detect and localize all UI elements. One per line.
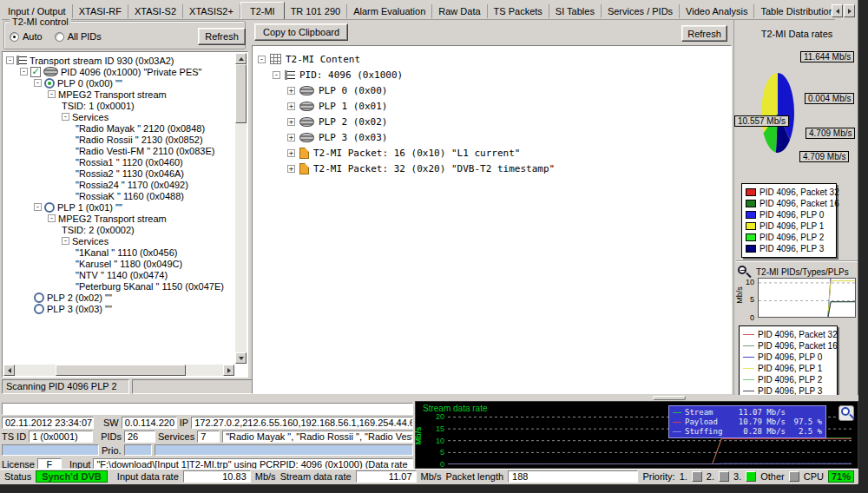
panel-splitter[interactable] [0,395,858,401]
tab-xtasi-s2[interactable]: XTASI-S2 [128,4,183,18]
auto-radio[interactable]: Auto [10,31,43,42]
tree-item[interactable]: "Karusel " 1180 (0x049C) [4,258,233,269]
tree-item-label: PID: 4096 (0x1000) [299,69,403,81]
stream-info-panel: 02.11.2012 23:34:07 SW 0.0.114.220 IP 17… [0,401,415,469]
tree-item[interactable]: "Radio Rossii " 2130 (0x0852) [4,134,233,145]
stream-chart-ylabel: Mb/s [414,427,423,445]
ts-tree-vscrollbar[interactable] [235,53,247,364]
tree-item[interactable]: -PID: 4096 (0x1000) [256,67,728,82]
tab-services-pids[interactable]: Services / PIDs [602,4,680,18]
tab-xtasi-rf[interactable]: XTASI-RF [73,4,128,18]
ts-refresh-button[interactable]: Refresh [198,28,246,45]
scroll-down-button[interactable] [235,352,247,364]
ts-tree-hscrollbar[interactable] [3,365,234,376]
collapse-icon[interactable]: - [48,214,56,222]
tree-item[interactable]: "Radio Vesti-FM " 2110 (0x083E) [4,145,233,156]
tab-ts-packets[interactable]: TS Packets [488,4,549,18]
tree-item[interactable]: -PID 4096 (0x1000) "Private PES" [4,66,233,77]
copy-to-clipboard-button[interactable]: Copy to Clipboard [254,23,348,41]
tree-item[interactable]: -MPEG2 Transport stream [4,213,233,224]
tree-item[interactable]: "Peterburg 5Kanal " 1150 (0x047E) [4,280,233,292]
tab-raw-data[interactable]: Raw Data [432,4,487,18]
tree-item[interactable]: -Services [4,235,233,246]
content-refresh-button[interactable]: Refresh [681,25,727,42]
collapse-icon[interactable]: - [34,203,42,211]
hscroll-thumb[interactable] [56,365,186,376]
right-arrow-icon [227,368,231,373]
tree-item[interactable]: "Radio Mayak " 2120 (0x0848) [4,122,233,134]
tab-tr-101-290[interactable]: TR 101 290 [285,4,347,18]
expand-icon[interactable]: + [287,165,295,173]
stream-rate-unit: Mb/s [421,471,442,482]
scroll-right-button[interactable] [223,365,234,376]
tree-item[interactable]: TSID: 2 (0x0002) [4,224,233,235]
tab-alarm-evaluation[interactable]: Alarm Evaluation [347,4,432,18]
tree-item[interactable]: "RossiaK " 1160 (0x0488) [4,190,233,201]
tree-item[interactable]: -PLP 1 (0x01) "" [4,201,233,213]
scroll-left-button[interactable] [3,365,15,376]
tree-item[interactable]: PLP 3 (0x03) "" [4,303,233,314]
tree-item-label: "Radio Vesti-FM " 2110 (0x083E) [76,146,214,156]
tree-item[interactable]: PLP 2 (0x02) "" [4,292,233,303]
tab-t2-mi[interactable]: T2-MI [240,2,285,20]
legend-item: PID 4096, PLP 1 [743,364,833,373]
collapse-icon[interactable]: - [258,56,266,63]
tree-item[interactable]: "Rossia2 " 1130 (0x046A) [4,168,233,179]
tree-item[interactable]: "Rossia24 " 1170 (0x0492) [4,179,233,190]
collapse-icon[interactable]: - [62,113,69,121]
tree-item[interactable]: -PLP 0 (0x00) "" [4,77,233,89]
tree-item[interactable]: +PLP 0 (0x00) [256,82,728,98]
tree-item[interactable]: "1Kanal " 1110 (0x0456) [4,246,233,258]
collapse-icon[interactable]: - [48,90,56,98]
expand-icon[interactable]: + [287,87,295,95]
tab-table-distribution[interactable]: Table Distribution [754,4,835,18]
vscroll-thumb[interactable] [235,64,247,123]
tree-item[interactable]: "Rossia1 " 1120 (0x0460) [4,156,233,168]
tree-item[interactable]: +PLP 2 (0x02) [256,114,728,129]
stream-chart-legend: Stream11.07 Mb/sPayload10.79 Mb/s97.5 %S… [668,405,826,438]
tab-scroll-left-button[interactable] [832,4,843,17]
tree-item[interactable]: -Services [4,111,233,122]
tab-scroll-right-button[interactable] [844,4,855,17]
application-window: Input / OutputXTASI-RFXTASI-S2XTASIS2+T2… [0,0,868,493]
legend-item: PID 4096, PLP 3 [746,244,832,253]
tab-si-tables[interactable]: SI Tables [549,4,602,18]
expand-icon[interactable]: + [287,118,295,126]
expand-icon[interactable]: + [287,102,295,110]
expand-icon[interactable]: + [287,134,295,141]
tree-item[interactable]: +T2-MI Packet: 32 (0x20) "DVB-T2 timesta… [256,161,728,176]
tree-item[interactable]: "NTV " 1140 (0x0474) [4,269,233,280]
tab-xtasis2[interactable]: XTASIS2+ [183,4,240,18]
collapse-icon[interactable]: - [20,68,28,76]
tree-item[interactable]: -Transport stream ID 930 (0x03A2) [4,55,233,66]
splitter-grip[interactable] [653,396,686,400]
legend-label: PID 4096, PLP 1 [760,221,824,231]
t2mi-content-tree: -T2-MI Content-PID: 4096 (0x1000)+PLP 0 … [252,45,732,394]
collapse-icon[interactable]: - [34,79,42,87]
collapse-icon[interactable]: - [273,71,280,79]
collapse-icon[interactable]: - [62,237,69,245]
legend-swatch [743,379,754,380]
tree-item[interactable]: -MPEG2 Transport stream [4,89,233,100]
tree-item[interactable]: TSID: 1 (0x0001) [4,100,233,111]
scroll-up-button[interactable] [235,53,247,64]
legend-label: PID 4096, PLP 2 [758,375,822,385]
tab-video-analysis[interactable]: Video Analysis [680,4,754,18]
tsid-label: TS ID [2,431,26,442]
message-input[interactable] [2,403,413,415]
radio-off-icon [55,32,64,42]
legend-item: PID 4096, PLP 2 [743,375,833,385]
legend-swatch [746,200,756,207]
zoom-button[interactable] [838,405,854,421]
legend-label: PID 4096, PLP 0 [760,210,824,220]
expand-icon[interactable]: + [287,149,295,157]
tree-item[interactable]: -T2-MI Content [256,51,728,67]
axis-tick-label: 10 [436,437,444,445]
all-pids-radio[interactable]: All PIDs [55,31,102,42]
collapse-icon[interactable]: - [6,56,14,64]
priority-label: Priority: [642,471,674,482]
tree-item[interactable]: +PLP 1 (0x01) [256,98,728,114]
license-label: License [2,459,35,470]
tree-item[interactable]: +T2-MI Packet: 16 (0x10) "L1 current" [256,145,728,161]
tree-item[interactable]: +PLP 3 (0x03) [256,129,728,145]
